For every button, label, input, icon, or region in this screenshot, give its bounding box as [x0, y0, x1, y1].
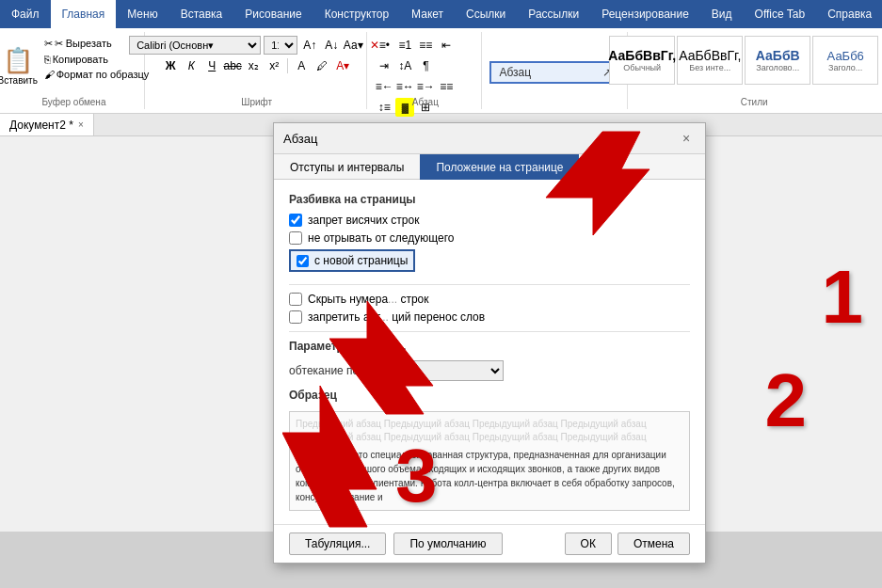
tab-view[interactable]: Вид — [700, 0, 744, 28]
font-size-select[interactable]: 11 — [264, 36, 297, 55]
style-nospace-name: Без инте... — [679, 63, 741, 72]
superscript-button[interactable]: x² — [265, 56, 283, 75]
ribbon: Файл Главная Меню Вставка Рисование Конс… — [0, 0, 882, 114]
font-color-button[interactable]: A▾ — [333, 56, 352, 75]
underline-button[interactable]: Ч — [202, 56, 221, 75]
annotation-number-1: 1 — [822, 254, 864, 341]
font-shrink-button[interactable]: A↓ — [322, 36, 341, 55]
group-styles: АаБбВвГг, Обычный АаБбВвГг, Без инте... … — [630, 32, 878, 109]
align-center-button[interactable]: ≡↔ — [395, 77, 414, 96]
tab-button[interactable]: Табуляция... — [289, 532, 386, 555]
tab-mailings[interactable]: Рассылки — [517, 0, 590, 28]
checkbox-keepnext[interactable] — [289, 231, 302, 245]
tab-design[interactable]: Конструктор — [313, 0, 400, 28]
ribbon-toolbar: 📋 Вставить ✂ ✂ Вырезать ⎘ Копировать — [0, 28, 882, 113]
sort-button[interactable]: ↕A — [395, 56, 414, 75]
change-case-button[interactable]: Аа▾ — [344, 36, 362, 55]
dialog-close-button[interactable]: × — [677, 129, 696, 148]
abzac-highlighted-button[interactable]: Абзац ↗ — [489, 61, 621, 84]
clipboard-group-label: Буфер обмена — [42, 97, 106, 107]
tab-draw[interactable]: Рисование — [233, 0, 313, 28]
style-normal-preview: АаБбВвГг, — [608, 48, 676, 63]
numbering-button[interactable]: ≡1 — [395, 36, 414, 55]
page-break-section-title: Разбивка на страницы — [289, 193, 690, 206]
font-grow-button[interactable]: A↑ — [300, 36, 319, 55]
doc-tab-document2[interactable]: Документ2 * × — [0, 114, 94, 135]
preview-box: Предыдущий абзац Предыдущий абзац Предыд… — [289, 411, 690, 511]
style-h1-preview: АаБбВ — [756, 48, 800, 63]
footer-left-buttons: Табуляция... По умолчанию — [289, 532, 503, 555]
tab-references[interactable]: Ссылки — [455, 0, 517, 28]
checkbox-nohyphen[interactable] — [289, 310, 302, 324]
align-left-button[interactable]: ≡← — [375, 77, 393, 96]
checkbox-widows[interactable] — [289, 214, 302, 227]
checkbox-row-suppress: Скрыть нумера... строк — [289, 293, 690, 306]
highlight-button[interactable]: 🖊 — [313, 56, 331, 75]
bold-button[interactable]: Ж — [161, 56, 180, 75]
cancel-button[interactable]: Отмена — [617, 532, 690, 555]
strikethrough-button[interactable]: abc — [223, 56, 242, 75]
tab-home[interactable]: Главная — [51, 0, 117, 28]
wrap-select[interactable]: Нет — [391, 360, 504, 381]
paste-button[interactable]: 📋 Вставить — [0, 32, 40, 100]
highlighted-checkbox-row-pagebreak: с новой страницы — [289, 249, 415, 272]
group-font: Calibri (Основн▾ 11 A↑ A↓ Аа▾ ✕ Ж К Ч ab… — [147, 32, 367, 109]
increase-indent-button[interactable]: ⇥ — [375, 56, 393, 75]
decrease-indent-button[interactable]: ⇤ — [437, 36, 456, 55]
font-family-select[interactable]: Calibri (Основн▾ — [129, 36, 261, 55]
checkbox-row-nohyphen: запретить авт... ций перенос слов — [289, 310, 690, 324]
checkbox-nohyphen-label: запретить авт... ций перенос слов — [308, 310, 485, 324]
tab-officetab[interactable]: Office Tab — [744, 0, 817, 28]
copy-icon: ⎘ — [44, 54, 51, 65]
paste-icon: 📋 — [3, 46, 33, 75]
annotation-number-2: 2 — [765, 358, 808, 444]
style-nospace[interactable]: АаБбВвГг, Без инте... — [677, 36, 743, 85]
default-button[interactable]: По умолчанию — [393, 532, 502, 555]
font-group-label: Шрифт — [241, 97, 272, 107]
checkbox-pagebreak[interactable] — [297, 255, 309, 267]
dialog-title: Абзац — [283, 132, 317, 146]
doc-tab-close-button[interactable]: × — [78, 119, 84, 130]
align-right-button[interactable]: ≡→ — [416, 77, 435, 96]
format-painter-icon: 🖌 — [44, 69, 55, 80]
style-normal-name: Обычный — [608, 63, 676, 72]
line-spacing-button[interactable]: ↕≡ — [375, 98, 393, 117]
subscript-button[interactable]: x₂ — [244, 56, 263, 75]
caption-section-title: Параметры надпис... — [289, 340, 690, 353]
tab-file[interactable]: Файл — [0, 0, 51, 28]
tab-help[interactable]: Справка — [816, 0, 882, 28]
dialog-tab-page-position[interactable]: Положение на странице — [420, 154, 579, 180]
style-nospace-preview: АаБбВвГг, — [679, 48, 741, 63]
tab-layout[interactable]: Макет — [400, 0, 455, 28]
multilevel-button[interactable]: ≡≡ — [416, 36, 435, 55]
ok-button[interactable]: ОК — [565, 532, 612, 555]
ribbon-tab-row: Файл Главная Меню Вставка Рисование Конс… — [0, 0, 882, 28]
checkbox-keepnext-label: не отрывать от следующего — [308, 231, 454, 245]
cut-label: ✂ Вырезать — [55, 38, 112, 50]
text-effect-button[interactable]: A — [292, 56, 311, 75]
bullets-button[interactable]: ≡• — [375, 36, 393, 55]
abzac-label: Абзац — [499, 66, 531, 79]
group-clipboard: 📋 Вставить ✂ ✂ Вырезать ⎘ Копировать — [4, 32, 145, 109]
style-heading2[interactable]: АаБб6 Заголо... — [812, 36, 878, 85]
tab-review[interactable]: Рецензирование — [590, 0, 700, 28]
style-normal[interactable]: АаБбВвГг, Обычный — [609, 36, 675, 85]
preview-gray-text: Предыдущий абзац Предыдущий абзац Предыд… — [296, 418, 683, 444]
show-hide-button[interactable]: ¶ — [416, 56, 435, 75]
tab-menu[interactable]: Меню — [116, 0, 168, 28]
styles-group-label: Стили — [741, 97, 768, 107]
justify-button[interactable]: ≡≡ — [437, 77, 456, 96]
style-heading1[interactable]: АаБбВ Заголово... — [745, 36, 810, 85]
preview-main-text: Колл-центр - это специализированная стру… — [296, 448, 683, 504]
checkbox-suppress[interactable] — [289, 293, 302, 306]
checkbox-suppress-label: Скрыть нумера... строк — [308, 293, 429, 306]
dialog-tab-indents[interactable]: Отступы и интервалы — [274, 154, 420, 180]
italic-button[interactable]: К — [182, 56, 200, 75]
dialog-tabs: Отступы и интервалы Положение на страниц… — [274, 154, 705, 180]
style-h2-name: Заголо... — [827, 63, 864, 72]
wrap-label: обтекание по ко... — [289, 364, 383, 377]
checkbox-widows-label: запрет висячих строк — [308, 214, 419, 227]
paragraph-group-label: Абзац — [412, 97, 439, 107]
checkbox-row-keepnext: не отрывать от следующего — [289, 231, 690, 245]
tab-insert[interactable]: Вставка — [169, 0, 234, 28]
